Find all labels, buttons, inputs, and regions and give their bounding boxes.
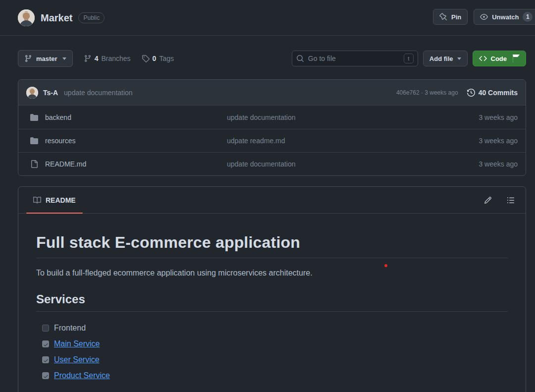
check-icon bbox=[43, 358, 49, 363]
table-row[interactable]: backend update documentation 3 weeks ago bbox=[18, 106, 526, 129]
edit-readme-button[interactable] bbox=[484, 196, 492, 204]
git-branch-icon bbox=[24, 55, 32, 62]
file-browser-card: Ts-A update documentation 406e762 · 3 we… bbox=[18, 79, 526, 176]
add-file-button[interactable]: Add file bbox=[423, 51, 468, 66]
pin-button[interactable]: Pin bbox=[433, 9, 468, 25]
checkbox-checked bbox=[42, 372, 49, 379]
pin-icon bbox=[439, 13, 447, 21]
tags-count: 0 bbox=[153, 55, 157, 62]
tags-link[interactable]: 0 Tags bbox=[142, 55, 174, 62]
pencil-icon bbox=[484, 196, 492, 204]
commits-history-link[interactable]: 40 Commits bbox=[467, 89, 518, 97]
unwatch-button-label: Unwatch bbox=[492, 13, 519, 21]
readme-header: README bbox=[18, 187, 526, 214]
visibility-badge: Public bbox=[78, 12, 105, 23]
repo-title[interactable]: Market bbox=[41, 12, 72, 24]
service-link[interactable]: Main Service bbox=[54, 339, 100, 348]
file-commit-date: 3 weeks ago bbox=[458, 113, 518, 121]
search-icon bbox=[296, 55, 304, 62]
chevron-down-icon bbox=[513, 55, 520, 62]
commit-author-avatar[interactable] bbox=[26, 87, 38, 99]
file-name-link[interactable]: backend bbox=[45, 113, 71, 121]
eye-icon bbox=[480, 13, 488, 21]
file-commit-date: 3 weeks ago bbox=[458, 160, 518, 168]
readme-title-heading: Full stack E-commerce application bbox=[36, 233, 508, 258]
commit-message-link[interactable]: update documentation bbox=[64, 89, 133, 97]
commit-author-link[interactable]: Ts-A bbox=[43, 89, 58, 97]
code-button-label: Code bbox=[491, 55, 507, 62]
list-unordered-icon bbox=[507, 196, 515, 204]
code-icon bbox=[479, 55, 487, 62]
check-icon bbox=[43, 374, 49, 379]
history-icon bbox=[467, 89, 475, 97]
chevron-down-icon bbox=[457, 57, 461, 60]
branches-label: Branches bbox=[101, 55, 130, 62]
unwatch-button[interactable]: Unwatch 1 bbox=[474, 9, 535, 25]
checkbox-checked bbox=[42, 340, 49, 347]
chevron-down-icon bbox=[62, 57, 66, 60]
watch-count-badge: 1 bbox=[523, 12, 533, 22]
check-icon bbox=[43, 342, 49, 347]
file-name-link[interactable]: README.md bbox=[45, 160, 86, 168]
list-item: Main Service bbox=[42, 336, 508, 352]
repo-owner-avatar[interactable] bbox=[18, 9, 35, 26]
file-icon bbox=[30, 160, 38, 168]
folder-icon bbox=[30, 137, 38, 145]
file-commit-message-link[interactable]: udpate readme.md bbox=[227, 137, 458, 145]
table-row[interactable]: README.md update documentation 3 weeks a… bbox=[18, 152, 526, 175]
list-item: Frontend bbox=[42, 320, 508, 336]
branch-selector-label: master bbox=[36, 55, 57, 62]
file-commit-date: 3 weeks ago bbox=[458, 137, 518, 145]
branch-selector[interactable]: master bbox=[18, 50, 73, 67]
checkbox-checked bbox=[42, 356, 49, 363]
repo-header: Market Public Pin Unwatch 1 bbox=[0, 0, 535, 36]
go-to-file-search[interactable]: t bbox=[292, 51, 418, 66]
keyboard-shortcut-hint: t bbox=[404, 54, 414, 63]
red-click-marker-dot bbox=[384, 264, 387, 267]
outline-button[interactable] bbox=[507, 196, 515, 204]
readme-intro-paragraph: To build a full-fledged ecommerce applic… bbox=[36, 269, 508, 278]
file-commit-message-link[interactable]: update documentation bbox=[227, 160, 458, 168]
list-item: Product Service bbox=[42, 368, 508, 384]
go-to-file-input[interactable] bbox=[308, 55, 400, 62]
services-heading: Services bbox=[36, 292, 508, 312]
task-label: Frontend bbox=[54, 324, 86, 333]
tags-label: Tags bbox=[159, 55, 174, 62]
git-branch-icon bbox=[84, 55, 92, 62]
readme-body: Full stack E-commerce application To bui… bbox=[18, 214, 526, 384]
code-button[interactable]: Code bbox=[473, 51, 527, 66]
pin-button-label: Pin bbox=[451, 13, 461, 21]
file-commit-message-link[interactable]: update documentation bbox=[227, 113, 458, 121]
list-item: User Service bbox=[42, 352, 508, 368]
add-file-label: Add file bbox=[429, 55, 453, 62]
table-row[interactable]: resources udpate readme.md 3 weeks ago bbox=[18, 129, 526, 152]
branches-count: 4 bbox=[95, 55, 99, 62]
book-icon bbox=[33, 196, 41, 204]
checkbox-unchecked bbox=[42, 325, 49, 332]
service-link[interactable]: Product Service bbox=[54, 371, 110, 380]
file-name-link[interactable]: resources bbox=[45, 137, 75, 145]
commit-sha-time-link[interactable]: 406e762 · 3 weeks ago bbox=[396, 89, 458, 96]
branches-link[interactable]: 4 Branches bbox=[84, 55, 131, 62]
latest-commit-bar: Ts-A update documentation 406e762 · 3 we… bbox=[18, 80, 526, 106]
readme-card: README Full stack E-commerce application… bbox=[18, 186, 526, 392]
commits-count-label: 40 Commits bbox=[479, 89, 518, 97]
service-link[interactable]: User Service bbox=[54, 355, 100, 364]
readme-tab-label: README bbox=[46, 196, 76, 204]
tag-icon bbox=[142, 55, 150, 62]
repo-toolbar: master 4 Branches 0 Tags t Add file Code bbox=[18, 50, 526, 67]
tab-readme[interactable]: README bbox=[26, 187, 83, 213]
folder-icon bbox=[30, 113, 38, 121]
services-task-list: Frontend Main Service User Service Produ… bbox=[36, 320, 508, 384]
